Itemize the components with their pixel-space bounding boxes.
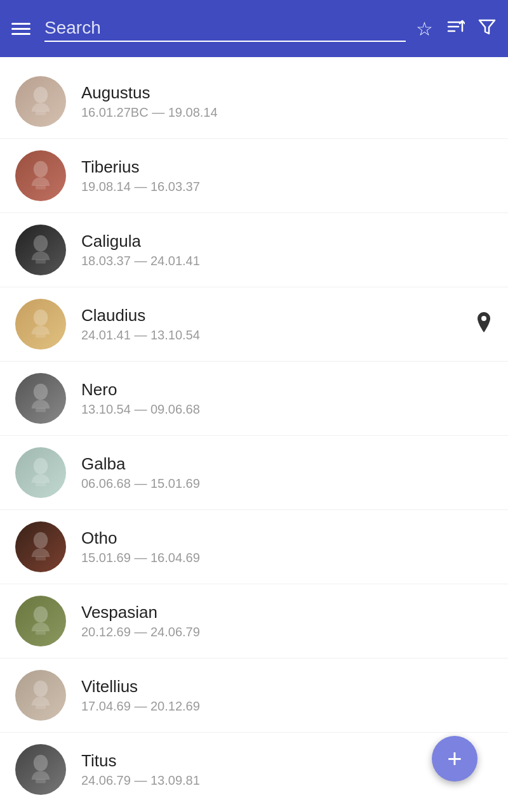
sort-icon[interactable] bbox=[446, 17, 465, 41]
avatar bbox=[15, 670, 66, 721]
emperor-info: Nero13.10.54 — 09.06.68 bbox=[81, 380, 493, 417]
emperor-name: Vitellius bbox=[81, 677, 493, 697]
emperor-dates: 15.01.69 — 16.04.69 bbox=[81, 551, 493, 565]
svg-rect-12 bbox=[36, 334, 46, 337]
list-item[interactable]: Vespasian20.12.69 — 24.06.79 bbox=[0, 584, 508, 658]
svg-rect-8 bbox=[36, 185, 46, 189]
emperor-name: Caligula bbox=[81, 232, 493, 251]
svg-rect-17 bbox=[36, 482, 46, 486]
list-item[interactable]: Nero13.10.54 — 09.06.68 bbox=[0, 362, 508, 436]
filter-icon[interactable] bbox=[478, 17, 497, 41]
avatar bbox=[15, 299, 66, 350]
emperor-info: Augustus16.01.27BC — 19.08.14 bbox=[81, 83, 493, 120]
svg-point-22 bbox=[34, 681, 48, 697]
emperor-info: Tiberius19.08.14 — 16.03.37 bbox=[81, 157, 493, 194]
svg-rect-15 bbox=[36, 408, 46, 412]
search-input[interactable] bbox=[44, 15, 406, 42]
header: ☆ bbox=[0, 0, 508, 57]
emperor-info: Titus24.06.79 — 13.09.81 bbox=[81, 751, 493, 788]
avatar bbox=[15, 744, 66, 795]
menu-icon[interactable] bbox=[11, 23, 34, 35]
emperor-info: Otho15.01.69 — 16.04.69 bbox=[81, 528, 493, 565]
svg-point-16 bbox=[34, 458, 48, 475]
emperors-list: Augustus16.01.27BC — 19.08.14 Tiberius19… bbox=[0, 57, 508, 812]
emperor-info: Vitellius17.04.69 — 20.12.69 bbox=[81, 677, 493, 714]
svg-point-18 bbox=[34, 532, 48, 549]
svg-marker-4 bbox=[479, 20, 495, 34]
emperor-name: Vespasian bbox=[81, 603, 493, 622]
header-actions: ☆ bbox=[416, 17, 497, 41]
avatar bbox=[15, 521, 66, 572]
emperor-dates: 24.01.41 — 13.10.54 bbox=[81, 328, 493, 343]
list-item[interactable]: Augustus16.01.27BC — 19.08.14 bbox=[0, 65, 508, 139]
list-item[interactable]: Vitellius17.04.69 — 20.12.69 bbox=[0, 658, 508, 733]
svg-rect-23 bbox=[36, 705, 46, 709]
svg-point-20 bbox=[34, 606, 48, 623]
emperor-dates: 19.08.14 — 16.03.37 bbox=[81, 180, 493, 194]
emperor-info: Galba06.06.68 — 15.01.69 bbox=[81, 454, 493, 491]
emperor-name: Galba bbox=[81, 454, 493, 474]
emperor-name: Nero bbox=[81, 380, 493, 400]
svg-point-7 bbox=[34, 161, 48, 178]
avatar bbox=[15, 447, 66, 498]
svg-point-5 bbox=[34, 87, 48, 103]
emperor-dates: 20.12.69 — 24.06.79 bbox=[81, 625, 493, 639]
list-item[interactable]: Otho15.01.69 — 16.04.69 bbox=[0, 510, 508, 584]
emperor-name: Tiberius bbox=[81, 157, 493, 177]
emperor-info: Vespasian20.12.69 — 24.06.79 bbox=[81, 603, 493, 639]
emperor-name: Augustus bbox=[81, 83, 493, 103]
svg-point-24 bbox=[34, 755, 48, 771]
svg-point-13 bbox=[481, 316, 486, 321]
list-item[interactable]: Titus24.06.79 — 13.09.81 bbox=[0, 733, 508, 806]
emperor-name: Titus bbox=[81, 751, 493, 771]
list-item[interactable]: Galba06.06.68 — 15.01.69 bbox=[0, 436, 508, 510]
list-item[interactable]: Tiberius19.08.14 — 16.03.37 bbox=[0, 139, 508, 213]
location-icon[interactable] bbox=[475, 311, 493, 337]
emperor-dates: 16.01.27BC — 19.08.14 bbox=[81, 105, 493, 120]
emperor-info: Claudius24.01.41 — 13.10.54 bbox=[81, 306, 493, 343]
emperor-dates: 13.10.54 — 09.06.68 bbox=[81, 402, 493, 417]
svg-point-9 bbox=[34, 235, 48, 252]
emperor-dates: 18.03.37 — 24.01.41 bbox=[81, 254, 493, 268]
svg-rect-21 bbox=[36, 631, 46, 634]
avatar bbox=[15, 373, 66, 424]
svg-rect-10 bbox=[36, 259, 46, 263]
svg-point-14 bbox=[34, 384, 48, 400]
svg-rect-6 bbox=[36, 111, 46, 115]
avatar bbox=[15, 596, 66, 646]
avatar bbox=[15, 150, 66, 201]
svg-point-11 bbox=[34, 310, 48, 326]
emperor-info: Caligula18.03.37 — 24.01.41 bbox=[81, 232, 493, 268]
svg-rect-19 bbox=[36, 556, 46, 560]
add-button[interactable]: + bbox=[432, 736, 478, 782]
svg-rect-25 bbox=[36, 779, 46, 783]
emperor-dates: 17.04.69 — 20.12.69 bbox=[81, 699, 493, 714]
emperor-dates: 06.06.68 — 15.01.69 bbox=[81, 476, 493, 491]
avatar bbox=[15, 76, 66, 127]
emperor-name: Claudius bbox=[81, 306, 493, 325]
star-icon[interactable]: ☆ bbox=[416, 18, 433, 40]
emperor-dates: 24.06.79 — 13.09.81 bbox=[81, 773, 493, 788]
list-item[interactable]: Claudius24.01.41 — 13.10.54 bbox=[0, 287, 508, 362]
emperor-name: Otho bbox=[81, 528, 493, 548]
list-item[interactable]: Caligula18.03.37 — 24.01.41 bbox=[0, 213, 508, 287]
avatar bbox=[15, 225, 66, 275]
